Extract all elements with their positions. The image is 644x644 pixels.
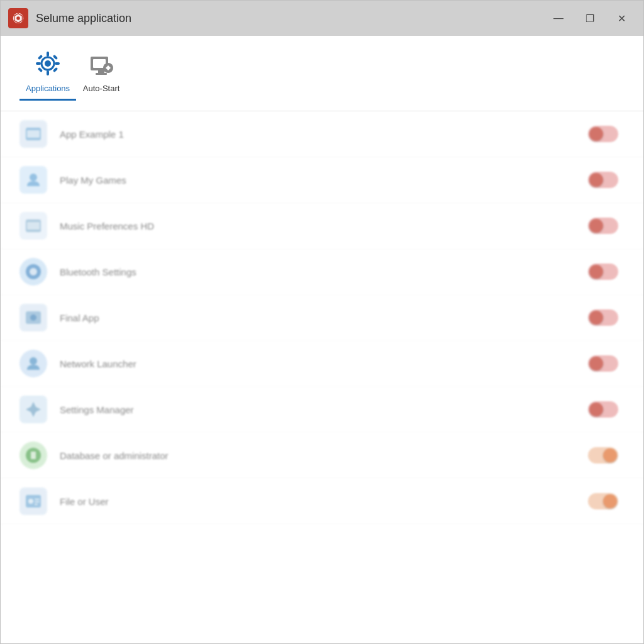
app-icon <box>19 487 47 515</box>
app-name: Final App <box>60 313 588 323</box>
app-name: Settings Manager <box>60 404 588 415</box>
svg-point-23 <box>30 268 37 275</box>
svg-point-19 <box>30 174 37 181</box>
svg-rect-28 <box>31 452 36 459</box>
app-logo <box>8 8 28 28</box>
toggle-switch[interactable] <box>588 218 618 234</box>
tab-auto-start[interactable]: Auto-Start <box>76 48 126 101</box>
list-item: Network Launcher <box>1 341 643 387</box>
toggle-switch[interactable] <box>588 126 618 142</box>
close-button[interactable]: ✕ <box>607 7 636 30</box>
svg-rect-14 <box>98 70 104 73</box>
toggle-switch[interactable] <box>588 447 618 464</box>
list-item: Settings Manager <box>1 387 643 433</box>
restore-button[interactable]: ❐ <box>575 7 604 30</box>
app-icon <box>19 212 47 240</box>
app-icon <box>19 166 47 194</box>
svg-rect-31 <box>35 499 40 500</box>
app-list: App Example 1 Play My Games Music Prefer… <box>1 111 643 525</box>
app-icon <box>19 258 47 286</box>
app-icon <box>19 441 47 469</box>
app-window: Selume application — ❐ ✕ <box>0 0 644 644</box>
tab-applications-label: Applications <box>26 84 70 93</box>
svg-rect-6 <box>36 62 41 65</box>
svg-rect-18 <box>27 130 40 138</box>
minimize-button[interactable]: — <box>544 7 573 30</box>
toggle-switch[interactable] <box>588 264 618 280</box>
toggle-switch[interactable] <box>588 493 618 509</box>
list-item: Play My Games <box>1 157 643 203</box>
tab-auto-start-label: Auto-Start <box>83 84 120 93</box>
svg-rect-5 <box>47 70 49 75</box>
app-name: Play My Games <box>60 175 588 186</box>
app-name: Music Preferences HD <box>60 221 588 231</box>
svg-point-1 <box>16 16 20 20</box>
app-name: File or User <box>60 496 588 507</box>
app-name: App Example 1 <box>60 129 588 140</box>
svg-rect-4 <box>47 52 49 57</box>
svg-rect-15 <box>96 73 107 75</box>
app-name: Bluetooth Settings <box>60 267 588 277</box>
auto-start-icon <box>86 48 116 79</box>
app-icon <box>19 120 47 148</box>
svg-rect-33 <box>35 504 38 505</box>
window-controls: — ❐ ✕ <box>544 7 636 30</box>
svg-rect-21 <box>27 222 40 230</box>
app-icon <box>19 350 47 377</box>
toggle-switch[interactable] <box>588 309 618 326</box>
app-icon <box>19 396 47 423</box>
svg-point-30 <box>28 499 33 504</box>
tab-applications[interactable]: Applications <box>19 48 76 101</box>
list-item: Bluetooth Settings <box>1 249 643 295</box>
tabs-area: Applications Auto-Start <box>1 36 643 111</box>
app-name: Network Launcher <box>60 358 588 369</box>
list-item: Database or administrator <box>1 433 643 479</box>
list-item: File or User <box>1 479 643 525</box>
title-bar: Selume application — ❐ ✕ <box>1 1 643 36</box>
svg-rect-7 <box>55 62 60 65</box>
toggle-switch[interactable] <box>588 172 618 188</box>
list-item: Music Preferences HD <box>1 203 643 249</box>
list-item: App Example 1 <box>1 111 643 157</box>
svg-point-25 <box>30 314 36 321</box>
svg-point-26 <box>30 357 37 365</box>
toggle-switch[interactable] <box>588 355 618 372</box>
window-title: Selume application <box>36 12 544 25</box>
svg-rect-32 <box>35 501 40 502</box>
list-item: Final App <box>1 295 643 341</box>
toggle-switch[interactable] <box>588 401 618 418</box>
applications-icon <box>33 48 63 79</box>
svg-point-3 <box>45 60 51 67</box>
app-icon <box>19 304 47 331</box>
app-name: Database or administrator <box>60 450 588 461</box>
content-area: App Example 1 Play My Games Music Prefer… <box>1 111 643 643</box>
